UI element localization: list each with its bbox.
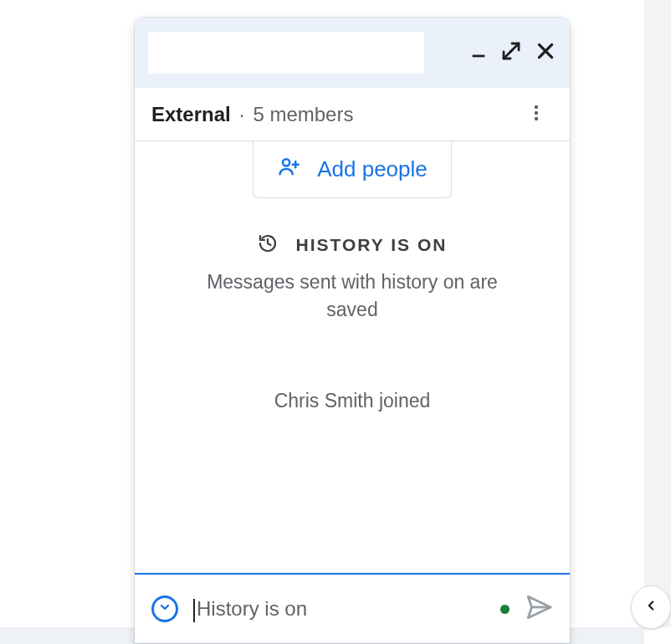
chat-subheader: External · 5 members [135,88,570,141]
window-actions [469,40,556,65]
chevron-left-icon [643,598,658,616]
history-icon [258,233,278,257]
compose-input[interactable]: History is on [193,597,485,621]
separator-dot: · [239,103,245,126]
person-add-icon [277,155,300,184]
compose-placeholder: History is on [193,597,307,621]
send-icon [525,593,553,625]
add-people-button[interactable]: Add people [253,141,452,198]
expand-button[interactable] [501,41,521,64]
sidebar-toggle-button[interactable] [631,585,671,629]
chat-panel: External · 5 members Add people HISTORY … [135,18,570,643]
window-title-bar [135,18,570,88]
history-status-description: Messages sent with history on are saved [185,268,520,325]
compose-options-button[interactable] [151,595,178,622]
history-status-row: HISTORY IS ON [258,233,448,257]
svg-line-2 [504,50,512,59]
chat-subheader-info[interactable]: External · 5 members [151,103,353,126]
history-status-title: HISTORY IS ON [296,235,448,255]
send-button[interactable] [525,593,553,625]
svg-point-5 [535,105,538,108]
minimize-button[interactable] [469,42,488,64]
close-button[interactable] [535,40,556,65]
chevron-down-icon [158,601,172,617]
svg-point-8 [283,159,289,166]
close-icon [535,40,556,65]
more-options-button[interactable] [520,98,553,131]
expand-icon [501,41,521,64]
svg-point-7 [535,116,538,120]
presence-indicator [500,605,510,614]
minimize-icon [469,42,488,64]
system-message: Chris Smith joined [274,390,431,412]
svg-point-6 [535,110,538,114]
more-vertical-icon [526,103,546,126]
window-title-box [148,32,424,74]
right-sidebar [644,0,671,627]
chat-body: Add people HISTORY IS ON Messages sent w… [135,141,570,573]
external-badge: External [151,103,231,126]
compose-bar: History is on [135,573,570,643]
svg-rect-0 [473,55,485,58]
add-people-label: Add people [317,156,428,182]
member-count: 5 members [253,103,353,126]
